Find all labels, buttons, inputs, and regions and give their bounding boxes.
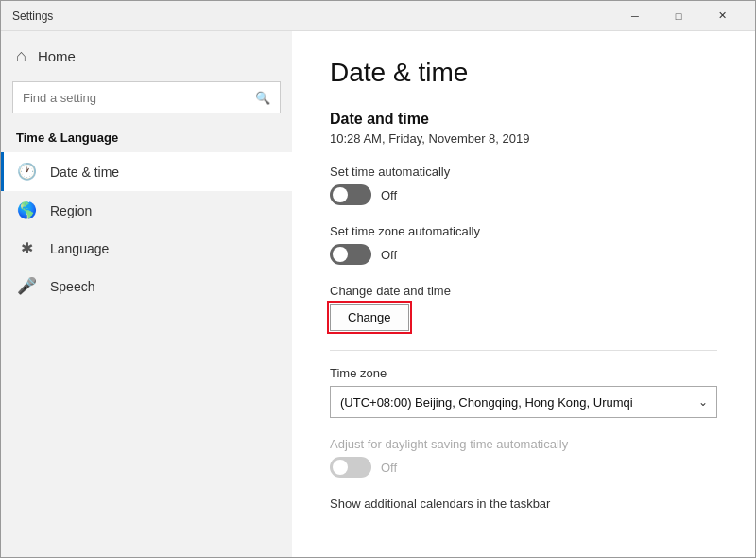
timezone-row: Time zone (UTC+08:00) Beijing, Chongqing… [330, 366, 717, 418]
set-timezone-auto-row: Set time zone automatically Off [330, 224, 717, 265]
page-title: Date & time [330, 58, 717, 88]
search-box[interactable]: 🔍 [12, 81, 281, 113]
minimize-button[interactable]: ─ [613, 1, 657, 31]
titlebar-title: Settings [12, 9, 613, 23]
set-time-auto-toggle[interactable] [330, 184, 371, 205]
daylight-label: Adjust for daylight saving time automati… [330, 437, 717, 451]
divider-1 [330, 350, 717, 351]
microphone-icon: 🎤 [16, 276, 37, 296]
change-date-row: Change date and time Change [330, 284, 717, 331]
sidebar: ⌂ Home 🔍 Time & Language 🕐 Date & time 🌎… [1, 31, 292, 558]
set-time-auto-row: Set time automatically Off [330, 165, 717, 205]
sidebar-item-speech[interactable]: 🎤 Speech [1, 267, 292, 305]
titlebar-controls: ─ □ ✕ [613, 1, 744, 31]
set-timezone-auto-toggle[interactable] [330, 244, 371, 265]
timezone-select-wrapper: (UTC+08:00) Beijing, Chongqing, Hong Kon… [330, 386, 717, 418]
sidebar-home-item[interactable]: ⌂ Home [1, 31, 292, 78]
nav-label-speech: Speech [50, 279, 94, 294]
daylight-toggle [330, 457, 371, 478]
sidebar-item-date-time[interactable]: 🕐 Date & time [1, 152, 292, 191]
sidebar-item-language[interactable]: ✱ Language [1, 230, 292, 267]
current-datetime: 10:28 AM, Friday, November 8, 2019 [330, 131, 717, 146]
app-body: ⌂ Home 🔍 Time & Language 🕐 Date & time 🌎… [1, 31, 755, 558]
date-and-time-heading: Date and time [330, 111, 717, 128]
nav-label-region: Region [50, 203, 92, 218]
home-label: Home [38, 48, 76, 64]
daylight-row: Adjust for daylight saving time automati… [330, 437, 717, 478]
change-date-label: Change date and time [330, 284, 717, 298]
change-button[interactable]: Change [330, 304, 409, 331]
main-content: Date & time Date and time 10:28 AM, Frid… [292, 31, 755, 558]
set-timezone-auto-toggle-wrapper: Off [330, 244, 717, 265]
set-timezone-auto-state: Off [381, 248, 397, 262]
titlebar: Settings ─ □ ✕ [1, 1, 755, 31]
search-icon: 🔍 [255, 91, 270, 105]
calendars-label: Show additional calendars in the taskbar [330, 497, 717, 511]
search-input[interactable] [23, 91, 255, 105]
set-time-auto-state: Off [381, 188, 397, 202]
calendars-row: Show additional calendars in the taskbar [330, 497, 717, 511]
timezone-select[interactable]: (UTC+08:00) Beijing, Chongqing, Hong Kon… [330, 386, 717, 418]
nav-label-date-time: Date & time [50, 165, 119, 180]
close-button[interactable]: ✕ [700, 1, 744, 31]
clock-icon: 🕐 [16, 162, 37, 182]
nav-label-language: Language [50, 241, 109, 256]
daylight-state: Off [381, 461, 397, 475]
set-time-auto-toggle-wrapper: Off [330, 184, 717, 205]
timezone-label: Time zone [330, 366, 717, 380]
set-time-auto-label: Set time automatically [330, 165, 717, 179]
sidebar-item-region[interactable]: 🌎 Region [1, 191, 292, 230]
home-icon: ⌂ [16, 46, 26, 66]
globe-icon: 🌎 [16, 201, 37, 220]
daylight-toggle-wrapper: Off [330, 457, 717, 478]
set-timezone-auto-label: Set time zone automatically [330, 224, 717, 238]
sidebar-section-label: Time & Language [1, 125, 292, 152]
maximize-button[interactable]: □ [657, 1, 700, 31]
language-icon: ✱ [16, 239, 37, 257]
